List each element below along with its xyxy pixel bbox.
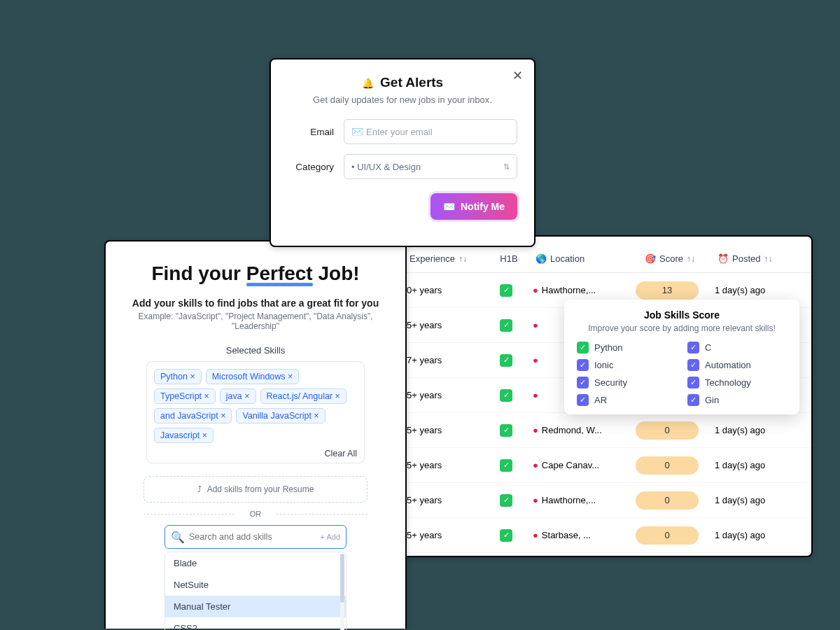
cell-experience: 5+ years: [401, 495, 485, 505]
skill-chip[interactable]: TypeScript ×: [154, 388, 216, 404]
pin-icon: ●: [533, 460, 538, 470]
selected-skills-box: Python ×Microsoft Windows ×TypeScript ×j…: [146, 361, 365, 463]
dropdown-item[interactable]: NetSuite: [165, 574, 346, 596]
skill-search-input[interactable]: [189, 532, 321, 542]
check-icon: ✓: [500, 354, 512, 367]
popover-subtitle: Improve your score by adding more releva…: [577, 323, 787, 333]
add-from-resume-button[interactable]: ⤴ Add skills from your Resume: [144, 476, 368, 503]
check-icon: ✓: [500, 459, 512, 472]
score-pill: 0: [636, 456, 699, 475]
skill-search[interactable]: 🔍 + Add: [164, 525, 346, 549]
sort-icon: ↑↓: [687, 254, 695, 264]
skill-chip[interactable]: java ×: [220, 388, 256, 404]
cell-h1b: ✓: [485, 354, 527, 367]
check-icon: ✓: [500, 424, 512, 437]
dropdown-item[interactable]: Blade: [165, 552, 346, 574]
cell-score: 0: [625, 491, 709, 510]
skill-chip[interactable]: Microsoft Windows ×: [206, 369, 300, 384]
skill-checkbox-item[interactable]: ✓Gin: [687, 394, 787, 406]
add-button[interactable]: + Add: [321, 533, 340, 541]
cell-experience: 0+ years: [401, 285, 485, 295]
or-separator: OR: [144, 510, 368, 518]
scrollbar[interactable]: [340, 554, 344, 630]
popover-title: Job Skills Score: [577, 309, 787, 321]
skill-chip[interactable]: and JavaScript ×: [154, 408, 232, 424]
score-pill: 0: [636, 526, 699, 545]
col-posted[interactable]: ⏰ Posted ↑↓: [712, 253, 803, 264]
clock-icon: ⏰: [718, 253, 729, 264]
skill-checkbox-item[interactable]: ✓Ionic: [577, 359, 676, 371]
skill-checkbox-item[interactable]: ✓Security: [577, 377, 676, 388]
skill-chip[interactable]: Python ×: [154, 369, 202, 384]
cell-score: 0: [625, 456, 709, 475]
checkbox-icon: ✓: [577, 377, 589, 388]
panel-example: Example: "JavaScript", "Project Manageme…: [127, 312, 384, 331]
cell-h1b: ✓: [485, 389, 527, 402]
skill-checkbox-item[interactable]: ✓Python: [577, 342, 676, 354]
cell-experience: 5+ years: [401, 320, 485, 330]
cell-location: ●Hawthorne,...: [527, 495, 625, 505]
dropdown-item[interactable]: Manual Tester: [165, 596, 346, 617]
skill-chip[interactable]: Javascript ×: [154, 428, 214, 443]
notify-button[interactable]: ✉️ Notify Me: [430, 193, 517, 220]
cell-posted: 1 day(s) ago: [709, 285, 800, 295]
col-experience[interactable]: Experience ↑↓: [404, 253, 488, 264]
table-row[interactable]: 5+ years✓●Cape Canav...01 day(s) ago: [401, 448, 811, 483]
skill-dropdown: BladeNetSuiteManual TesterCSS2: [164, 552, 346, 630]
chevrons-icon: ⇅: [503, 162, 510, 172]
highlighted-word: Perfect: [246, 262, 313, 285]
cell-h1b: ✓: [485, 319, 527, 332]
pin-icon: ●: [533, 390, 538, 400]
score-pill: 0: [636, 421, 699, 440]
cell-location: ●Redmond, W...: [527, 425, 625, 435]
col-score[interactable]: 🎯 Score ↑↓: [628, 253, 712, 264]
score-pill: 13: [636, 281, 699, 300]
checkbox-icon: ✓: [687, 394, 699, 406]
dropdown-item[interactable]: CSS2: [165, 617, 346, 630]
skill-checkbox-item[interactable]: ✓Technology: [687, 377, 787, 388]
col-h1b[interactable]: H1B: [488, 253, 530, 264]
checkbox-icon: ✓: [687, 359, 699, 371]
category-select[interactable]: • UI/UX & Design ⇅: [344, 154, 517, 179]
skill-checkbox-item[interactable]: ✓C: [687, 342, 787, 354]
skill-chip[interactable]: Vanilla JavaScript ×: [236, 408, 325, 424]
cell-posted: 1 day(s) ago: [709, 530, 800, 540]
checkbox-icon: ✓: [577, 394, 589, 406]
check-icon: ✓: [500, 284, 512, 297]
checkbox-icon: ✓: [687, 342, 699, 354]
skill-checkbox-item[interactable]: ✓AR: [577, 394, 676, 406]
cell-experience: 5+ years: [401, 425, 485, 435]
check-icon: ✓: [500, 319, 512, 332]
cell-h1b: ✓: [485, 459, 527, 472]
skill-chip[interactable]: React.js/ Angular ×: [260, 388, 346, 404]
category-selected-value: • UI/UX & Design: [351, 162, 421, 172]
col-location[interactable]: 🌎 Location: [530, 253, 628, 264]
cell-h1b: ✓: [485, 494, 527, 507]
get-alerts-modal: ✕ 🔔 Get Alerts Get daily updates for new…: [270, 58, 536, 247]
check-icon: ✓: [500, 389, 512, 402]
cell-posted: 1 day(s) ago: [709, 495, 800, 505]
cell-posted: 1 day(s) ago: [709, 460, 800, 470]
cell-h1b: ✓: [485, 529, 527, 542]
clear-all-button[interactable]: Clear All: [154, 449, 357, 458]
table-row[interactable]: 5+ years✓●Redmond, W...01 day(s) ago: [401, 413, 811, 448]
alerts-title: 🔔 Get Alerts: [288, 75, 517, 90]
cell-score: 13: [625, 281, 709, 300]
email-input[interactable]: [366, 127, 510, 137]
find-job-panel: Find your Perfect Job! Add your skills t…: [104, 240, 407, 629]
pin-icon: ●: [533, 425, 538, 435]
cell-score: 0: [625, 421, 709, 440]
email-field[interactable]: ✉️: [344, 119, 517, 144]
cell-score: 0: [625, 526, 709, 545]
cell-h1b: ✓: [485, 284, 527, 297]
close-icon[interactable]: ✕: [512, 68, 523, 83]
skills-score-popover: Job Skills Score Improve your score by a…: [564, 300, 799, 414]
skill-checkbox-item[interactable]: ✓Automation: [687, 359, 787, 371]
sort-icon: ↑↓: [764, 254, 772, 264]
table-row[interactable]: 5+ years✓●Starbase, ...01 day(s) ago: [401, 518, 811, 553]
target-icon: 🎯: [645, 253, 656, 264]
cell-location: ●Hawthorne,...: [527, 285, 625, 295]
table-row[interactable]: 5+ years✓●Hawthorne,...01 day(s) ago: [401, 483, 811, 518]
cell-location: ●Starbase, ...: [527, 530, 625, 540]
cell-location: ●Cape Canav...: [527, 460, 625, 470]
